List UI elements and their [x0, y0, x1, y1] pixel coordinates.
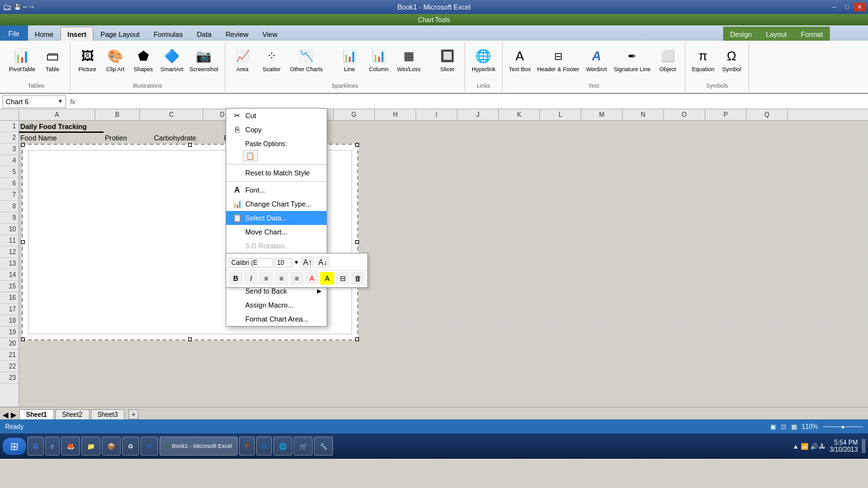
taskbar-app-explorer[interactable]: 📁 — [81, 437, 100, 456]
tab-file[interactable]: File — [0, 25, 28, 41]
winloss-button[interactable]: ▦ Win/Loss — [395, 44, 423, 74]
cell-l1[interactable] — [594, 121, 640, 132]
pivottable-button[interactable]: 📊 PivotTable — [6, 44, 38, 74]
tab-insert[interactable]: Insert — [60, 27, 93, 41]
taskbar-app-network[interactable]: 🌐 — [273, 437, 292, 456]
cell-j1[interactable] — [503, 121, 549, 132]
screenshot-button[interactable]: 📷 Screenshot — [187, 44, 221, 74]
mini-font-color-button[interactable]: A — [305, 272, 319, 285]
name-box[interactable]: Chart 6 ▼ — [3, 95, 66, 108]
taskbar-app-recycle[interactable]: ♻ — [122, 437, 139, 456]
smartart-button[interactable]: 🔷 SmartArt — [158, 44, 186, 74]
show-desktop-button[interactable] — [862, 439, 865, 453]
picture-button[interactable]: 🖼 Picture — [74, 44, 101, 74]
restore-button[interactable]: □ — [841, 3, 853, 11]
tab-formulas[interactable]: Formulas — [147, 27, 190, 41]
cell-a1[interactable]: Daily Food Tracking — [19, 121, 103, 132]
line-chart-button[interactable]: 📊 Line — [336, 44, 363, 74]
cell-i1[interactable] — [458, 121, 503, 132]
tab-review[interactable]: Review — [219, 27, 255, 41]
cell-a2[interactable]: Food Name — [19, 132, 103, 144]
cell-k1[interactable] — [548, 121, 594, 132]
cell-l2[interactable] — [594, 132, 640, 144]
formula-input[interactable] — [79, 95, 865, 108]
tab-home[interactable]: Home — [28, 27, 60, 41]
cell-c2[interactable]: Carbohydrate — [153, 132, 222, 144]
sheet-tab-sheet1[interactable]: Sheet1 — [19, 409, 54, 419]
column-chart-button[interactable]: 📊 Column — [365, 44, 392, 74]
tab-layout[interactable]: Layout — [759, 27, 794, 41]
ctx-format-chart[interactable]: Format Chart Area... — [226, 312, 327, 326]
taskbar-app-word[interactable]: W — [140, 437, 158, 456]
tab-page-layout[interactable]: Page Layout — [93, 27, 147, 41]
cell-f2[interactable] — [321, 132, 367, 144]
cell-m2[interactable] — [640, 132, 686, 144]
cell-o2[interactable] — [731, 132, 776, 144]
symbol-button[interactable]: Ω Symbol — [718, 44, 745, 74]
view-page-icon[interactable]: ⊡ — [781, 423, 786, 430]
taskbar-app-chrome[interactable]: G — [27, 437, 44, 456]
tab-data[interactable]: Data — [190, 27, 219, 41]
taskbar-app-ie[interactable]: e — [45, 437, 60, 456]
ctx-font[interactable]: A Font... — [226, 183, 327, 197]
sheet-nav-right[interactable]: ▶ — [11, 410, 17, 419]
cell-n1[interactable] — [685, 121, 731, 132]
sheet-nav-left[interactable]: ◀ — [3, 410, 8, 419]
ctx-change-chart[interactable]: 📊 Change Chart Type... — [226, 197, 327, 211]
mini-align-right-button[interactable]: ≡ — [290, 272, 304, 285]
ctx-move-chart[interactable]: Move Chart... — [226, 225, 327, 239]
zoom-slider[interactable]: ────●──── — [823, 423, 863, 430]
mini-align-left-button[interactable]: ≡ — [259, 272, 273, 285]
mini-clear-button[interactable]: 🗑 — [351, 272, 365, 285]
mini-bold-button[interactable]: B — [229, 272, 243, 285]
mini-border-button[interactable]: ⊟ — [336, 272, 349, 285]
mini-font-shrink-button[interactable]: A↓ — [316, 256, 330, 269]
tab-view[interactable]: View — [255, 27, 285, 41]
cell-q2[interactable] — [822, 132, 868, 144]
mini-italic-button[interactable]: I — [244, 272, 258, 285]
mini-highlight-button[interactable]: A — [320, 272, 334, 285]
taskbar-app-excel[interactable]: X Book1 - Microsoft Excel — [159, 437, 238, 456]
close-button[interactable]: ✕ — [854, 3, 865, 11]
taskbar-app-store[interactable]: 🛒 — [294, 437, 313, 456]
cell-p2[interactable] — [776, 132, 822, 144]
mini-dropdown-arrow[interactable]: ▼ — [294, 259, 299, 266]
mini-align-center-button[interactable]: ≡ — [275, 272, 288, 285]
mini-font-name-input[interactable] — [229, 258, 273, 268]
header-footer-button[interactable]: ⊟ Header & Footer — [534, 44, 582, 74]
cell-g1[interactable] — [366, 121, 412, 132]
minimize-button[interactable]: ─ — [829, 3, 840, 11]
cell-g2[interactable] — [366, 132, 412, 144]
view-normal-icon[interactable]: ▣ — [770, 423, 776, 430]
taskbar-app-firefox[interactable]: 🦊 — [61, 437, 80, 456]
textbox-button[interactable]: A Text Box — [506, 44, 534, 74]
wordart-button[interactable]: A WordArt — [583, 44, 610, 74]
cell-c1[interactable] — [153, 121, 222, 132]
taskbar-app-tool[interactable]: 🔧 — [314, 437, 333, 456]
paste-icon-button[interactable]: 📋 — [243, 150, 258, 161]
cell-o1[interactable] — [731, 121, 776, 132]
area-chart-button[interactable]: 📈 Area — [229, 44, 256, 74]
ctx-select-data[interactable]: 📋 Select Data... — [226, 211, 327, 225]
other-charts-button[interactable]: 📉 Other Charts — [288, 44, 326, 74]
tab-design[interactable]: Design — [723, 27, 759, 41]
cell-n2[interactable] — [685, 132, 731, 144]
signature-line-button[interactable]: ✒ Signature Line — [611, 44, 653, 74]
slicer-button[interactable]: 🔲 Slicer — [434, 44, 461, 74]
new-sheet-button[interactable]: + — [128, 409, 139, 419]
mini-font-grow-button[interactable]: A↑ — [301, 256, 315, 269]
ctx-reset-match[interactable]: Reset to Match Style — [226, 166, 327, 180]
taskbar-app-outlook[interactable]: O — [256, 437, 273, 456]
cell-h1[interactable] — [412, 121, 458, 132]
cell-m1[interactable] — [640, 121, 686, 132]
start-button[interactable]: ⊞ — [3, 438, 26, 455]
cell-p1[interactable] — [776, 121, 822, 132]
clipart-button[interactable]: 🎨 Clip Art — [102, 44, 129, 74]
cell-i2[interactable] — [458, 132, 503, 144]
sheet-tab-sheet3[interactable]: Sheet3 — [91, 409, 125, 419]
cell-k2[interactable] — [548, 132, 594, 144]
cell-b2[interactable]: Protien — [103, 132, 152, 144]
hyperlink-button[interactable]: 🌐 Hyperlink — [469, 44, 498, 74]
tab-format[interactable]: Format — [794, 27, 830, 41]
taskbar-app-dropbox[interactable]: 📦 — [102, 437, 121, 456]
